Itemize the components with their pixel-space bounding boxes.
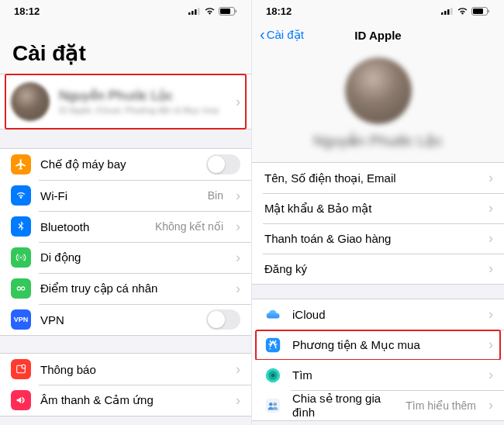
sounds-icon xyxy=(11,390,31,410)
settings-screen: 18:12 Cài đặt Nguyễn Phước Lộc ID Apple,… xyxy=(0,0,252,425)
row-label: Mật khẩu & Bảo mật xyxy=(264,202,476,216)
apple-id-row[interactable]: Nguyễn Phước Lộc ID Apple, iCloud, Phươn… xyxy=(0,74,251,129)
chevron-right-icon: › xyxy=(236,361,240,378)
svg-rect-12 xyxy=(444,11,447,15)
hotspot-row[interactable]: Điểm truy cập cá nhân › xyxy=(0,273,251,304)
wifi-icon xyxy=(204,7,216,16)
bluetooth-row[interactable]: Bluetooth Không kết nối › xyxy=(0,211,251,242)
wifi-row[interactable]: Wi-Fi Bin › xyxy=(0,180,251,211)
connectivity-section: Chế độ máy bay Wi-Fi Bin › Bluetooth Khô… xyxy=(0,148,251,336)
airplane-mode-row[interactable]: Chế độ máy bay xyxy=(0,149,251,180)
row-label: Thanh toán & Giao hàng xyxy=(264,232,476,245)
chevron-right-icon: › xyxy=(488,170,493,186)
hotspot-icon xyxy=(11,278,31,299)
name-phone-email-row[interactable]: Tên, Số điện thoại, Email › xyxy=(252,163,504,193)
back-button[interactable]: ‹ Cài đặt xyxy=(260,28,304,42)
status-indicators xyxy=(441,7,490,16)
airplane-icon xyxy=(11,154,31,174)
sounds-row[interactable]: Âm thanh & Cảm ứng › xyxy=(0,385,251,416)
avatar xyxy=(11,82,50,121)
svg-point-24 xyxy=(273,402,277,406)
chevron-right-icon: › xyxy=(236,281,240,297)
find-my-row[interactable]: Tìm › xyxy=(252,360,504,390)
svg-point-23 xyxy=(269,402,273,406)
svg-rect-0 xyxy=(188,12,191,15)
profile-name: Nguyễn Phước Lộc xyxy=(59,88,223,104)
wifi-icon xyxy=(457,7,468,16)
nav-bar: ‹ Cài đặt ID Apple xyxy=(252,22,504,48)
svg-rect-3 xyxy=(198,8,200,15)
notifications-icon xyxy=(11,359,31,379)
find-my-icon xyxy=(263,365,283,385)
chevron-right-icon: › xyxy=(488,306,493,323)
vpn-toggle[interactable] xyxy=(206,309,240,330)
services-section: iCloud › Phương tiện & Mục mua › Tìm › C… xyxy=(252,299,504,421)
svg-point-7 xyxy=(17,287,20,290)
vpn-row[interactable]: VPN VPN xyxy=(0,304,251,335)
row-label: Wi-Fi xyxy=(40,189,198,202)
general-section: Thông báo › Âm thanh & Cảm ứng › xyxy=(0,353,251,416)
media-purchases-row[interactable]: Phương tiện & Mục mua › xyxy=(252,330,504,360)
vpn-icon: VPN xyxy=(11,309,31,330)
subscriptions-row[interactable]: Đăng ký › xyxy=(252,254,504,284)
svg-point-8 xyxy=(22,287,25,290)
row-label: Chia sẻ trong gia đình xyxy=(292,392,396,419)
chevron-right-icon: › xyxy=(488,397,493,413)
bluetooth-icon xyxy=(11,216,31,237)
icloud-icon xyxy=(263,305,283,325)
svg-rect-22 xyxy=(266,398,280,412)
account-info-section: Tên, Số điện thoại, Email › Mật khẩu & B… xyxy=(252,162,504,285)
chevron-right-icon: › xyxy=(236,250,240,266)
chevron-right-icon: › xyxy=(236,94,240,110)
row-label: Âm thanh & Cảm ứng xyxy=(40,393,223,407)
cellular-icon xyxy=(441,7,454,15)
family-value: Tìm hiểu thêm xyxy=(406,399,476,412)
chevron-right-icon: › xyxy=(488,261,493,277)
svg-point-10 xyxy=(22,365,26,368)
cellular-settings-icon xyxy=(11,247,31,268)
battery-icon xyxy=(471,7,490,16)
row-label: Tìm xyxy=(292,368,476,382)
payment-shipping-row[interactable]: Thanh toán & Giao hàng › xyxy=(252,223,504,254)
row-label: Phương tiện & Mục mua xyxy=(292,338,476,352)
status-time: 18:12 xyxy=(14,5,40,17)
status-bar: 18:12 xyxy=(0,0,251,22)
svg-rect-6 xyxy=(236,9,237,12)
profile-section: Nguyễn Phước Lộc ID Apple, iCloud, Phươn… xyxy=(0,74,251,130)
status-indicators xyxy=(188,7,237,16)
wifi-value: Bin xyxy=(208,189,223,202)
svg-rect-16 xyxy=(473,9,483,14)
profile-hero: Nguyễn Phước Lộc xyxy=(252,48,504,162)
row-label: Bluetooth xyxy=(40,220,146,233)
status-bar: 18:12 xyxy=(252,0,504,22)
row-label: Tên, Số điện thoại, Email xyxy=(264,171,476,185)
password-security-row[interactable]: Mật khẩu & Bảo mật › xyxy=(252,193,504,223)
avatar[interactable] xyxy=(345,57,412,124)
svg-rect-17 xyxy=(488,9,490,12)
svg-rect-2 xyxy=(195,9,197,15)
profile-subtitle: ID Apple, iCloud, Phương tiện & Mục mua xyxy=(59,105,223,116)
chevron-right-icon: › xyxy=(236,392,240,409)
chevron-right-icon: › xyxy=(488,230,493,247)
status-time: 18:12 xyxy=(266,5,292,17)
row-label: Điểm truy cập cá nhân xyxy=(40,282,223,295)
airplane-toggle[interactable] xyxy=(206,154,240,174)
row-label: Thông báo xyxy=(40,363,223,376)
svg-rect-11 xyxy=(441,12,444,15)
family-sharing-row[interactable]: Chia sẻ trong gia đình Tìm hiểu thêm › xyxy=(252,390,504,420)
row-label: VPN xyxy=(40,313,197,327)
chevron-left-icon: ‹ xyxy=(260,26,265,42)
battery-icon xyxy=(219,7,237,16)
row-label: Chế độ máy bay xyxy=(40,157,197,171)
apple-id-screen: 18:12 ‹ Cài đặt ID Apple Nguyễn Phước Lộ… xyxy=(252,0,504,425)
icloud-row[interactable]: iCloud › xyxy=(252,299,504,330)
svg-rect-5 xyxy=(220,9,230,14)
svg-rect-14 xyxy=(450,8,453,15)
profile-name: Nguyễn Phước Lộc xyxy=(313,132,442,150)
cellular-row[interactable]: Di động › xyxy=(0,242,251,273)
family-sharing-icon xyxy=(263,396,283,416)
notifications-row[interactable]: Thông báo › xyxy=(0,354,251,385)
profile-text: Nguyễn Phước Lộc ID Apple, iCloud, Phươn… xyxy=(59,88,223,116)
row-label: iCloud xyxy=(292,308,476,321)
cellular-icon xyxy=(188,7,201,15)
